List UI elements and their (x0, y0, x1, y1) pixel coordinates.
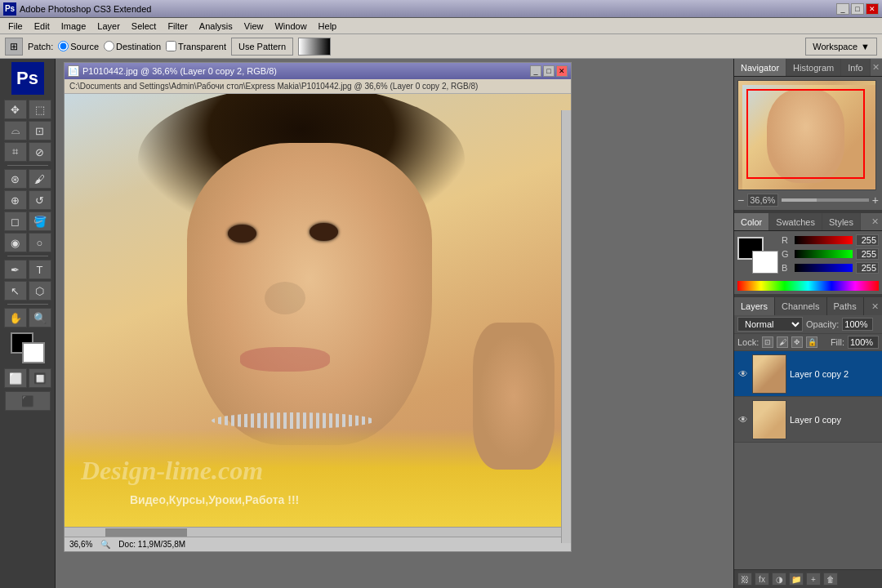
tab-histogram[interactable]: Histogram (786, 59, 841, 76)
navigator-panel-close[interactable]: ✕ (871, 59, 882, 76)
transparent-check[interactable]: Transparent (166, 41, 226, 51)
layer-item-0[interactable]: 👁 Layer 0 copy 2 (734, 351, 882, 397)
workspace-button[interactable]: Workspace ▼ (805, 38, 877, 56)
pen-tool[interactable]: ✒ (4, 260, 27, 279)
standard-mode[interactable]: ⬜ (4, 368, 27, 388)
r-value[interactable] (856, 234, 879, 246)
b-value[interactable] (856, 262, 879, 274)
pattern-swatch[interactable] (298, 38, 331, 56)
channel-g: G (782, 248, 879, 260)
color-spectrum[interactable] (737, 281, 879, 291)
doc-close-button[interactable]: ✕ (556, 65, 568, 77)
slice-tool[interactable]: ⊘ (29, 142, 51, 162)
canvas-area: 📄 P1010442.jpg @ 36,6% (Layer 0 copy 2, … (56, 59, 733, 588)
navigator-panel: − + (734, 77, 882, 210)
lock-image-icon[interactable]: 🖌 (777, 336, 788, 348)
close-button[interactable]: ✕ (866, 3, 879, 15)
new-layer-button[interactable]: + (806, 572, 821, 586)
color-panel-close[interactable]: ✕ (867, 213, 882, 230)
fill-tool[interactable]: 🪣 (29, 212, 51, 231)
r-slider[interactable] (795, 236, 853, 244)
tab-swatches[interactable]: Swatches (769, 213, 822, 230)
crop-tool[interactable]: ⌗ (4, 142, 27, 162)
blend-mode-select[interactable]: Normal (737, 317, 803, 332)
tab-navigator[interactable]: Navigator (734, 59, 786, 76)
opacity-input[interactable] (842, 318, 873, 331)
tab-color[interactable]: Color (734, 213, 769, 230)
dodge-tool[interactable]: ○ (29, 233, 51, 252)
menu-select[interactable]: Select (127, 20, 162, 32)
type-tool[interactable]: T (29, 260, 51, 279)
menu-image[interactable]: Image (56, 20, 91, 32)
layers-panel-close[interactable]: ✕ (867, 297, 882, 315)
tab-styles[interactable]: Styles (822, 213, 861, 230)
fill-input[interactable] (848, 336, 879, 349)
tab-channels[interactable]: Channels (775, 297, 826, 315)
tab-paths[interactable]: Paths (827, 297, 864, 315)
menu-window[interactable]: Window (270, 20, 311, 32)
doc-minimize-button[interactable]: _ (530, 65, 541, 77)
shape-tool[interactable]: ⬡ (29, 281, 51, 301)
maximize-button[interactable]: □ (851, 3, 864, 15)
lock-all-icon[interactable]: 🔒 (806, 336, 817, 348)
vertical-scrollbar[interactable] (561, 110, 571, 543)
move-tool[interactable]: ✥ (4, 100, 27, 119)
destination-radio[interactable]: Destination (104, 41, 161, 51)
blur-tool[interactable]: ◉ (4, 233, 27, 252)
channel-b: B (782, 262, 879, 274)
lock-transparent-icon[interactable]: ⊡ (762, 336, 773, 348)
background-color[interactable] (22, 342, 45, 363)
zoom-icon[interactable]: 🔍 (100, 540, 110, 549)
hand-tool[interactable]: ✋ (4, 308, 27, 327)
background-color-swatch[interactable] (752, 251, 778, 274)
layer-visibility-0[interactable]: 👁 (737, 368, 749, 380)
menu-view[interactable]: View (239, 20, 269, 32)
opacity-label: Opacity: (806, 319, 839, 329)
layer-thumb-img-0 (753, 355, 786, 393)
scrollbar-thumb-h[interactable] (105, 528, 187, 537)
history-tool[interactable]: ↺ (29, 190, 51, 210)
doc-restore-button[interactable]: □ (543, 65, 555, 77)
layers-lock-row: Lock: ⊡ 🖌 ✥ 🔒 Fill: (734, 334, 882, 351)
menu-edit[interactable]: Edit (29, 20, 55, 32)
zoom-tool[interactable]: 🔍 (29, 308, 51, 327)
brush-tool[interactable]: 🖌 (29, 169, 51, 189)
canvas-image[interactable]: Design-lime.com Видео,Курсы,Уроки,Работа… (65, 94, 571, 527)
eraser-tool[interactable]: ◻ (4, 212, 27, 231)
new-group-button[interactable]: 📁 (789, 572, 804, 586)
menu-filter[interactable]: Filter (163, 20, 192, 32)
g-slider[interactable] (795, 250, 853, 258)
minimize-button[interactable]: _ (836, 3, 849, 15)
menu-file[interactable]: File (3, 20, 28, 32)
quicksel-tool[interactable]: ⊡ (29, 121, 51, 140)
menu-analysis[interactable]: Analysis (194, 20, 238, 32)
face-element (187, 143, 432, 445)
menu-layer[interactable]: Layer (92, 20, 125, 32)
use-pattern-button[interactable]: Use Pattern (231, 38, 293, 56)
lasso-tool[interactable]: ⌓ (4, 121, 27, 140)
path-select-tool[interactable]: ↖ (4, 281, 27, 301)
g-value[interactable] (856, 248, 879, 260)
zoom-out-button[interactable]: − (737, 194, 744, 207)
layer-mask-button[interactable]: ◑ (772, 572, 786, 586)
zoom-slider[interactable] (782, 198, 869, 202)
menu-help[interactable]: Help (314, 20, 342, 32)
patch-tool[interactable]: ⊛ (4, 169, 27, 189)
horizontal-scrollbar[interactable] (65, 527, 571, 537)
screen-mode[interactable]: ⬛ (5, 391, 51, 411)
link-layers-button[interactable]: ⛓ (737, 572, 752, 586)
tab-layers[interactable]: Layers (734, 297, 775, 315)
lock-position-icon[interactable]: ✥ (791, 336, 803, 348)
tab-info[interactable]: Info (841, 59, 870, 76)
marquee-tool[interactable]: ⬚ (29, 100, 51, 119)
zoom-input[interactable] (747, 194, 778, 207)
zoom-in-button[interactable]: + (872, 194, 879, 207)
b-slider[interactable] (795, 264, 853, 272)
delete-layer-button[interactable]: 🗑 (823, 572, 838, 586)
source-radio[interactable]: Source (58, 41, 99, 51)
quickmask-mode[interactable]: 🔲 (29, 368, 51, 388)
layer-style-button[interactable]: fx (755, 572, 769, 586)
layer-item-1[interactable]: 👁 Layer 0 copy (734, 397, 882, 443)
layer-visibility-1[interactable]: 👁 (737, 414, 749, 425)
stamp-tool[interactable]: ⊕ (4, 190, 27, 210)
